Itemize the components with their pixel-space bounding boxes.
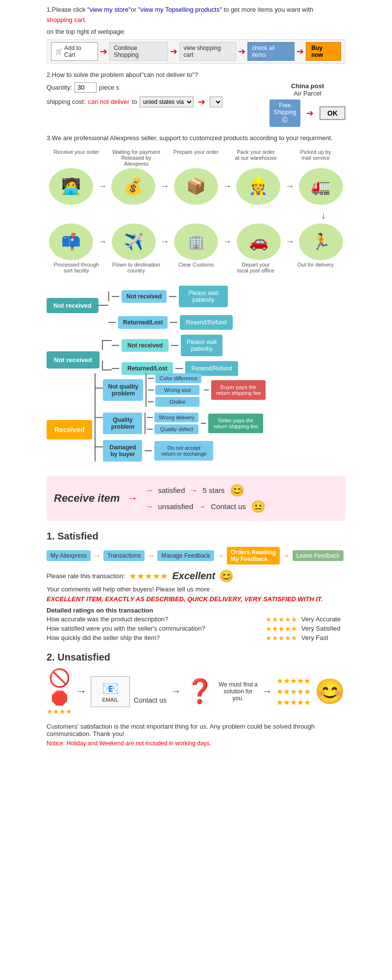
satisfy-arrow-satisfied: → (146, 486, 153, 495)
flow-icon-10: 📫 (49, 223, 93, 260)
not-quality-branch: Not qualityproblem Color difference Wron… (103, 373, 266, 407)
dislike: Dislike (155, 397, 199, 407)
step3-text: 3.We are professional Aliexpress seller,… (47, 134, 345, 142)
fb-step-myali: My Aliexpress (47, 550, 91, 561)
dr-result-2: Very Satisfied (301, 625, 345, 632)
flow-icon-4: 👷 (236, 168, 280, 205)
dr-row-1: How accurate was the product description… (47, 615, 345, 623)
shipping-label: shipping cost: (47, 98, 86, 105)
flow-label-6: Out for delivery (289, 262, 343, 273)
order-flow-diagram: Receive your order Waiting for paymentRe… (47, 149, 345, 273)
excellent-label: Excellent (172, 570, 215, 582)
dr-result-1: Very Accurate (301, 615, 345, 623)
stop-icon: 🛑 (51, 690, 68, 706)
not-received-sub: Not received (122, 339, 169, 352)
nr-branch-2: Returned/Lost Resend/Refund (108, 315, 233, 330)
satisfied-text: satisfied (158, 486, 185, 494)
feedback-steps: My Aliexpress → Transactions → Manage Fe… (47, 547, 345, 564)
email-box: 📧 EMAIL (91, 676, 130, 707)
ok-button[interactable]: OK (319, 106, 345, 120)
step2-right: China post Air Parcel Free Shipping © ➔ … (270, 82, 345, 127)
seller-pays: Seller pays thereturn shipping fee (208, 414, 263, 433)
no-sign-icon: 🚫 (49, 668, 71, 688)
shipping-row: shipping cost: can not deliver to unied … (47, 97, 260, 107)
shipping-method-select[interactable] (210, 97, 222, 107)
dr-stars-3: ★★★★★ (266, 634, 297, 642)
damaged-box: Damagedby buyer (103, 440, 142, 462)
rate-stars: ★★★★★ (129, 571, 168, 582)
unsat-arrow-1: → (76, 685, 87, 698)
flow-arrow-h-6: → (223, 237, 232, 247)
damaged-branch: Damagedby buyer Do not acceptreturn or e… (103, 440, 266, 462)
no-return: Do not acceptreturn or exchange (154, 441, 213, 461)
color-diff: Color difference (155, 373, 201, 383)
star-row-2: ★★★★★ (276, 687, 311, 696)
not-received-tree: Not received Not received Please waitpat… (47, 286, 345, 376)
nr-issue-2: Returned/Lost (118, 316, 168, 329)
neutral-face: 😐 (251, 500, 266, 514)
fb-arrow-4: → (282, 551, 290, 560)
star-row-1: ★★★★★ (276, 676, 311, 686)
flow-icon-8: 🏢 (174, 223, 218, 260)
fb-arrow-3: → (217, 551, 224, 560)
flow-arrow-h-8: → (98, 237, 107, 247)
shopping-cart-link: shopping cart. (47, 16, 87, 24)
find-solution-text: We must find a solution for you. (219, 681, 258, 702)
satisfied-section: 1. Satisfied My Aliexpress → Transaction… (47, 531, 345, 642)
arrow-4: ➔ (296, 46, 304, 57)
flow-icon-9: ✈️ (112, 223, 156, 260)
fb-step-trans: Transactions (103, 550, 145, 561)
view-topselling-link[interactable]: "view my Topselling products" (138, 6, 222, 13)
dr-label-3: How quickly did the seller ship the item… (47, 634, 262, 641)
arrow-1: ➔ (100, 46, 107, 57)
smiley-big: 😊 (315, 677, 345, 706)
qty-input[interactable] (74, 82, 97, 93)
dr-stars-1: ★★★★★ (266, 615, 297, 623)
flow-label-3: Prepare your order (169, 149, 223, 167)
quantity-row: Quantity: piece s (47, 82, 260, 93)
quality-box: Qualityproblem (103, 413, 142, 434)
flow-label-4: Pack your orderat our warehouse (229, 149, 283, 167)
arrow-3: ➔ (238, 46, 245, 57)
flow-arrow-h-3: → (223, 181, 232, 192)
step1-text: 1.Please click "view my store"or "view m… (47, 5, 345, 25)
view-cart-label: view shopping cart (179, 42, 237, 61)
wait-patiently: Please waitpatiently (181, 335, 222, 356)
view-store-link[interactable]: "view my store" (87, 6, 131, 13)
star-ratings-group: ★★★★★ ★★★★★ ★★★★★ (276, 676, 311, 707)
qty-label: Quantity: (47, 84, 72, 91)
nr-issue-1: Not received (122, 290, 167, 303)
nr-result-1: Please waitpatiently (179, 286, 228, 307)
step1-subtext: on the top right of webpage: (47, 28, 345, 35)
flow-label-9: Flown to destinationcountry (109, 262, 163, 273)
contact-us-text: Contact us (211, 502, 246, 511)
cart-icon: 🛒 (55, 48, 63, 55)
cannot-deliver-text: can not deliver (88, 98, 130, 105)
nr-branch-1: Not received Please waitpatiently (108, 286, 233, 307)
satisfy-arrow-stars: → (190, 486, 198, 495)
flow-icon-7: 🚗 (237, 223, 281, 260)
dr-label-2: How satisfied were you with the seller's… (47, 625, 262, 632)
email-label: EMAIL (102, 697, 118, 703)
china-post-label: China post Air Parcel (270, 82, 345, 97)
country-select[interactable]: unied states via (140, 97, 194, 107)
cart-step-buynow: Buy now (306, 42, 341, 61)
not-quality-box: Not qualityproblem (103, 379, 143, 401)
quality-defect: Quality defect (154, 424, 198, 434)
flow-label-7: Depart yourlocal post office (229, 262, 283, 273)
dr-label-1: How accurate was the product description… (47, 615, 262, 623)
unsat-arrow-2: → (171, 685, 181, 698)
contact-us-unsat: Contact us (134, 696, 167, 704)
notice-text: Customers' satisfaction is the most impo… (47, 723, 345, 737)
flow-arrow-h-2: → (160, 181, 169, 192)
step2-section: 2.How to solve the problem about"can not… (47, 71, 345, 127)
flow-label-8: Clear Customs (169, 262, 223, 273)
step2-title: 2.How to solve the problem about"can not… (47, 71, 345, 78)
satisfied-title: 1. Satisfied (47, 531, 345, 542)
flow-label-10: Processed throughsort facility (49, 262, 103, 273)
nr-result-2: Resend/Refund (180, 315, 232, 330)
satisfy-arrow-1: → (127, 492, 138, 505)
excellent-item-text: EXCELLENT ITEM, EXACTLY AS DESCRIBED, QU… (47, 595, 345, 603)
fb-step-manage: Manage Feedback (157, 550, 214, 561)
step2-left: Quantity: piece s shipping cost: can not… (47, 82, 260, 107)
